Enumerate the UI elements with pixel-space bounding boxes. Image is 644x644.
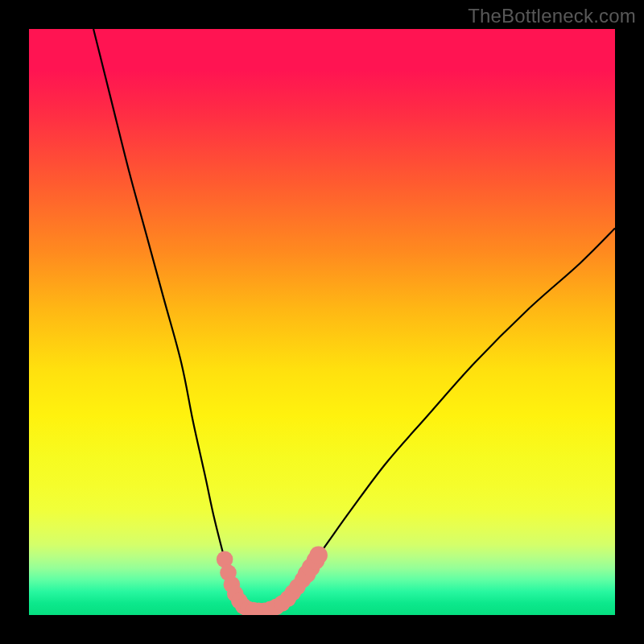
data-marker [309,546,328,564]
curve-left-branch [93,29,240,606]
curve-right-branch [284,229,615,602]
frame: TheBottleneck.com [0,0,644,644]
plot-area [29,29,615,615]
chart-svg [29,29,615,615]
marker-group [217,546,328,615]
watermark-text: TheBottleneck.com [468,5,636,27]
